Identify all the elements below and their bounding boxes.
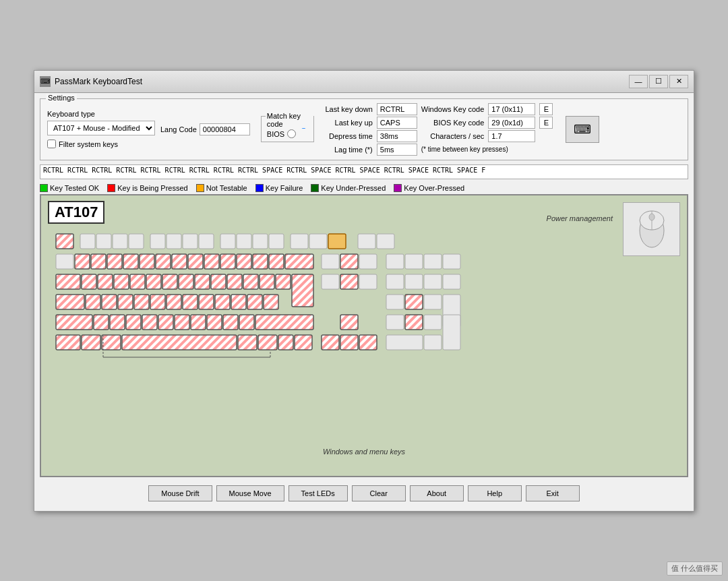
svg-rect-20	[269, 234, 284, 249]
chars-sec-value: 1.7	[488, 130, 535, 142]
svg-rect-50	[98, 274, 113, 289]
svg-rect-76	[166, 295, 181, 309]
legend-not-testable: Not Testable	[196, 184, 247, 192]
svg-rect-108	[258, 335, 277, 350]
svg-rect-67	[405, 274, 423, 289]
bios-radio-label: BIOS	[267, 130, 284, 138]
keyboard-area: AT107 Power management	[40, 194, 688, 477]
svg-rect-56	[195, 274, 210, 289]
svg-rect-95	[207, 315, 222, 330]
match-key-legend: Match key code	[266, 112, 314, 128]
svg-rect-39	[269, 254, 284, 269]
about-button[interactable]: About	[410, 485, 464, 501]
svg-rect-24	[358, 234, 375, 249]
svg-rect-26	[56, 254, 73, 269]
windows-key-code-label: Windows Key code	[421, 105, 485, 113]
svg-rect-72	[102, 295, 117, 309]
svg-rect-45	[405, 254, 423, 269]
svg-rect-82	[264, 295, 278, 309]
svg-rect-111	[322, 335, 339, 350]
svg-rect-22	[309, 234, 327, 249]
bios-radio[interactable]	[287, 129, 296, 138]
svg-rect-54	[162, 274, 177, 289]
title-bar: ⌨ PassMark KeyboardTest — ☐ ✕	[34, 71, 694, 93]
svg-rect-21	[291, 234, 308, 249]
legend-label-failure: Key Failure	[266, 184, 303, 192]
svg-rect-52	[130, 274, 145, 289]
legend-label-pressed: Key is Being Pressed	[117, 184, 188, 192]
svg-rect-91	[142, 315, 157, 330]
key-log: RCTRL RCTRL RCTRL RCTRL RCTRL RCTRL RCTR…	[40, 164, 688, 179]
svg-rect-105	[102, 335, 121, 350]
bottom-buttons: Mouse Drift Mouse Move Test LEDs Clear A…	[40, 481, 688, 506]
svg-rect-101	[405, 315, 423, 330]
svg-rect-98	[255, 315, 313, 330]
svg-rect-112	[340, 335, 358, 350]
legend-dot-over	[394, 184, 402, 192]
svg-rect-42	[340, 254, 358, 269]
svg-rect-103	[56, 335, 80, 350]
svg-rect-28	[91, 254, 106, 269]
last-key-down-label: Last key down	[325, 105, 372, 113]
svg-rect-25	[377, 234, 394, 249]
lang-code-area: Lang Code 00000804	[160, 123, 250, 135]
legend-label-under: Key Under-Pressed	[321, 184, 386, 192]
svg-rect-79	[215, 295, 230, 309]
svg-rect-89	[110, 315, 125, 330]
settings-legend: Settings	[46, 94, 77, 102]
legend-over-pressed: Key Over-Pressed	[394, 184, 464, 192]
legend-label-tested: Key Tested OK	[50, 184, 99, 192]
svg-rect-34	[188, 254, 203, 269]
svg-rect-11	[113, 234, 127, 249]
svg-rect-43	[359, 254, 377, 269]
svg-rect-106	[122, 335, 237, 350]
svg-rect-74	[134, 295, 149, 309]
svg-rect-69	[443, 274, 460, 289]
legend-under-pressed: Key Under-Pressed	[311, 184, 386, 192]
exit-button[interactable]: Exit	[526, 485, 580, 501]
lang-code-label: Lang Code	[160, 125, 197, 133]
filter-checkbox[interactable]	[47, 140, 56, 148]
svg-rect-59	[243, 274, 258, 289]
svg-rect-41	[322, 254, 339, 269]
svg-rect-116	[443, 315, 460, 350]
close-button[interactable]: ✕	[669, 75, 688, 88]
maximize-button[interactable]: ☐	[649, 75, 668, 88]
bios-key-code-value: 29 (0x1d)	[488, 117, 535, 129]
bios-radio-row: BIOS	[267, 129, 309, 138]
svg-rect-35	[204, 254, 219, 269]
test-leds-button[interactable]: Test LEDs	[289, 485, 348, 501]
legend-label-over: Key Over-Pressed	[404, 184, 464, 192]
svg-rect-90	[126, 315, 141, 330]
mouse-drift-button[interactable]: Mouse Drift	[148, 485, 212, 501]
window-title: PassMark KeyboardTest	[55, 77, 142, 86]
clear-button[interactable]: Clear	[352, 485, 406, 501]
lag-time-value: 5ms	[377, 144, 417, 156]
keyboard-type-select[interactable]: AT107 + Mouse - Modified	[47, 121, 155, 135]
svg-rect-47	[443, 254, 460, 269]
svg-rect-18	[237, 234, 251, 249]
lag-note: (* time between key presses)	[421, 146, 561, 153]
svg-rect-63	[322, 274, 339, 289]
filter-row: Filter system keys	[47, 140, 155, 148]
svg-rect-36	[220, 254, 235, 269]
svg-rect-31	[140, 254, 154, 269]
bios-key-code-e: E	[539, 117, 553, 129]
last-key-down-value: RCTRL	[377, 103, 417, 115]
svg-rect-10	[96, 234, 111, 249]
svg-rect-81	[247, 295, 262, 309]
legend-tested-ok: Key Tested OK	[40, 184, 99, 192]
legend-key-failure: Key Failure	[255, 184, 303, 192]
power-mgmt-label: Power management	[547, 214, 613, 222]
svg-rect-27	[75, 254, 90, 269]
svg-rect-93	[175, 315, 189, 330]
keyboard-model-label: AT107	[48, 201, 104, 224]
legend-dot-failure	[255, 184, 264, 192]
svg-rect-14	[166, 234, 181, 249]
minimize-button[interactable]: —	[629, 75, 648, 88]
svg-rect-61	[276, 274, 291, 289]
mouse-move-button[interactable]: Mouse Move	[216, 485, 284, 501]
keyboard-type-label: Keyboard type	[47, 110, 155, 118]
help-button[interactable]: Help	[468, 485, 522, 501]
watermark: 值 什么值得买	[667, 561, 723, 576]
